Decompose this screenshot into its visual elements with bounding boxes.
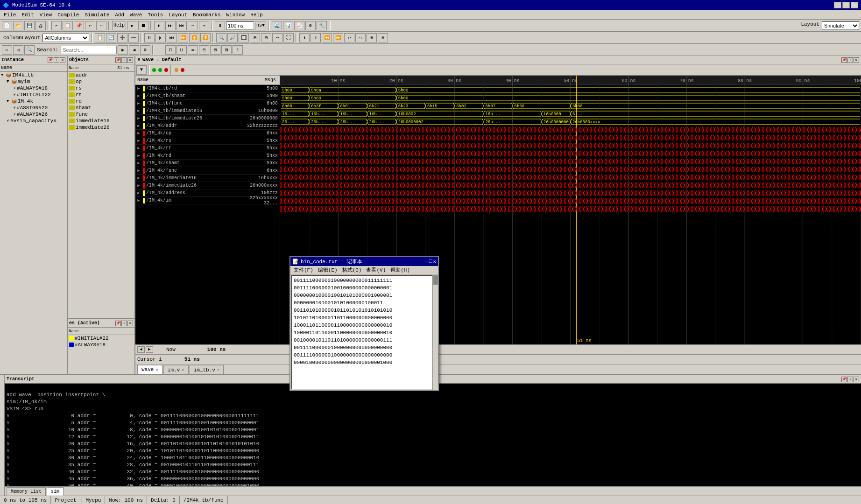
minimize-button[interactable]: ─	[834, 2, 841, 8]
snav-btn3[interactable]: ⏪	[322, 33, 332, 42]
sim-step-btn[interactable]: ⏭	[165, 21, 176, 30]
tree-item-myim[interactable]: ▼ 📦 myim	[0, 78, 67, 85]
wt-btn1[interactable]: ▼	[136, 65, 147, 75]
close-button[interactable]: ✕	[851, 2, 858, 8]
obj-shamt[interactable]: shamt	[68, 105, 134, 111]
tree-item-always18[interactable]: ⚡ #ALWAYS#18	[0, 85, 67, 91]
nav-btn4[interactable]: ⊞	[250, 33, 260, 42]
tab-close-icon[interactable]: ✕	[155, 367, 158, 372]
notepad-close-btn[interactable]: ✕	[433, 259, 436, 265]
col-btn3[interactable]: ➕	[117, 33, 127, 42]
signal-row-imm164k[interactable]: ▶ /IM_4k/immediate16 16hxxxx	[135, 175, 280, 182]
print-btn[interactable]: 🖨	[35, 21, 46, 30]
wshape-btn7[interactable]: ⌇	[233, 45, 243, 55]
wave-nav-right-btn[interactable]: ▶	[146, 346, 153, 353]
nav-btn6[interactable]: ↔	[272, 33, 282, 42]
snav-btn8[interactable]: ⊖	[378, 33, 388, 42]
obj-max-btn[interactable]: +	[121, 57, 127, 63]
sig-btn4[interactable]: ⏩	[178, 33, 188, 42]
signal-row-func-tb[interactable]: ▶ /IM4k_tb/func 6h08	[135, 100, 280, 107]
search-opt-btn[interactable]: ⚙	[140, 45, 150, 55]
paste-btn[interactable]: 📌	[74, 21, 84, 30]
wave-close-btn[interactable]: ✕	[854, 57, 859, 63]
signal-row-imm16-tb[interactable]: ▶ /IM4k_tb/immediate16 16h0008	[135, 107, 280, 115]
col-btn1[interactable]: 📋	[95, 33, 105, 42]
menu-edit[interactable]: Edit	[19, 11, 36, 19]
tab-close-icon[interactable]: ✕	[217, 367, 219, 372]
sig-btn6[interactable]: ⏬	[200, 33, 211, 42]
wshape-btn1[interactable]: ⊓	[165, 45, 176, 55]
signal-row-rd-tb[interactable]: ▶ /IM4k_tb/rd 5h00	[135, 85, 280, 92]
signal-row-rs[interactable]: ▶ /IM_4k/rs 5hxx	[135, 137, 280, 145]
menu-layout[interactable]: Layout	[166, 11, 190, 19]
tree-item-assign20[interactable]: ⚡ #ASSIGN#20	[0, 105, 67, 111]
tab-sim[interactable]: sim	[47, 487, 64, 496]
menu-help[interactable]: Help	[247, 11, 265, 19]
instance-pin-btn[interactable]: 📌	[48, 57, 53, 63]
transcript-close-btn[interactable]: ✕	[854, 377, 859, 382]
nav-btn1[interactable]: 🔍	[216, 33, 226, 42]
transcript-max-btn[interactable]: +	[847, 377, 853, 382]
tree-btn1[interactable]: ▷	[2, 45, 12, 55]
menu-wave[interactable]: Wave	[127, 11, 145, 19]
open-btn[interactable]: 📂	[13, 21, 23, 30]
wshape-btn2[interactable]: ⊔	[176, 45, 187, 55]
obj-imm26[interactable]: immediate26	[68, 124, 134, 131]
wave-pin-btn[interactable]: 📌	[841, 57, 847, 63]
signal-row-imm26-tb[interactable]: ▶ /IM4k_tb/immediate26 26h0000008	[135, 115, 280, 122]
obj-imm16[interactable]: immediate16	[68, 118, 134, 124]
obj-func[interactable]: func	[68, 111, 134, 118]
search-go-btn[interactable]: ▶	[118, 45, 128, 55]
stop-btn[interactable]: ⏹	[138, 21, 148, 30]
signal-row-op[interactable]: ▶ /IM_4k/op 6hxx	[135, 130, 280, 137]
wshape-btn6[interactable]: ⊠	[221, 45, 232, 55]
tab-im-tb-v[interactable]: im_tb.v ✕	[190, 365, 224, 374]
tree-item-vsim-capacity[interactable]: ⚡ #vsim_capacity#	[0, 118, 67, 124]
notepad-content[interactable]: 00111100000010000000000011111111 0011110…	[291, 275, 437, 389]
menu-window[interactable]: Window	[224, 11, 248, 19]
signal-row-func4k[interactable]: ▶ /IM_4k/func 6hxx	[135, 167, 280, 175]
wave-max-btn[interactable]: +	[847, 57, 853, 63]
snav-btn4[interactable]: ⏩	[333, 33, 343, 42]
obj-rt[interactable]: rt	[68, 91, 134, 98]
nav-btn3[interactable]: 🔲	[239, 33, 249, 42]
notepad-menu-help[interactable]: 帮助(H)	[388, 266, 412, 274]
run-btn[interactable]: ▶	[127, 21, 137, 30]
obj-close-btn[interactable]: ✕	[127, 57, 133, 63]
redo-btn[interactable]: ↪	[96, 21, 106, 30]
sim-next-btn[interactable]: →	[188, 21, 198, 30]
sim-bk-btn[interactable]: ⏮	[176, 21, 187, 30]
signal-rows-container[interactable]: ▶ /IM4k_tb/rd 5h00 ▶ /IM4k_tb/shamt 5h00	[135, 85, 280, 344]
maximize-button[interactable]: □	[842, 2, 850, 8]
notepad-menu-view[interactable]: 查看(V)	[364, 266, 388, 274]
sim-fwd-btn[interactable]: ⇒	[199, 21, 209, 30]
nav-btn7[interactable]: ⛶	[283, 33, 294, 42]
signal-row-im4k[interactable]: ▶ /IM_4k/im 32hxxxxxxx 32...	[135, 197, 280, 204]
active-item-1[interactable]: #INITIAL#22	[68, 335, 134, 342]
transcript-pin-btn[interactable]: 📌	[841, 377, 847, 382]
tree-btn2[interactable]: ◁	[13, 45, 23, 55]
menu-add[interactable]: Add	[112, 11, 127, 19]
help-btn[interactable]: Help	[112, 21, 126, 30]
sig-btn1[interactable]: ⏸	[144, 33, 155, 42]
menu-compile[interactable]: Compile	[55, 11, 82, 19]
menu-simulate[interactable]: Simulate	[82, 11, 112, 19]
nav-btn5[interactable]: ⊟	[261, 33, 271, 42]
notepad-menu-file[interactable]: 文件(F)	[291, 266, 316, 274]
col-btn4[interactable]: ➖	[128, 33, 139, 42]
sig-btn2[interactable]: ⏵	[155, 33, 166, 42]
copy-btn[interactable]: 📋	[63, 21, 73, 30]
notepad-scrollbar[interactable]	[432, 275, 438, 390]
tree-item-im4k_tb[interactable]: ▼ 📦 IM4k_tb	[0, 72, 67, 78]
tree-item-always26[interactable]: ⚡ #ALWAYS#26	[0, 111, 67, 118]
active-max-btn[interactable]: +	[121, 321, 127, 326]
active-item-2[interactable]: #ALWAYS#18	[68, 342, 134, 348]
obj-addr[interactable]: addr	[68, 72, 134, 78]
time-input[interactable]	[226, 21, 254, 30]
tab-wave[interactable]: Wave ✕	[137, 365, 162, 374]
nav-btn2[interactable]: 🔎	[227, 33, 238, 42]
snav-btn6[interactable]: ↪	[355, 33, 366, 42]
instance-tree[interactable]: ▼ 📦 IM4k_tb ▼ 📦 myim ⚡ #ALWAYS#18 ⚡ #INI…	[0, 72, 67, 374]
scrollbar-thumb[interactable]	[433, 275, 438, 285]
snav-btn5[interactable]: ↩	[344, 33, 354, 42]
